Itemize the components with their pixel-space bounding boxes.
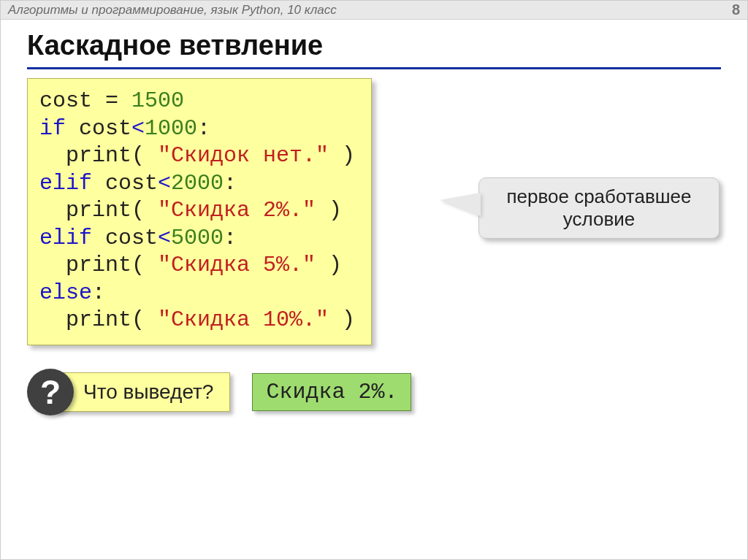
question-text: Что выведет? [53,372,230,412]
question-row: ? Что выведет? Скидка 2%. [27,369,721,415]
title-underline [27,67,721,69]
callout-pointer-icon [440,193,481,216]
header-subject: Алгоритмы и программирование, язык Pytho… [8,3,337,18]
code-block: cost = 1500 if cost<1000: print( "Скидок… [27,78,372,345]
slide-title: Каскадное ветвление [27,30,721,61]
callout-line2: условие [492,208,706,231]
header-bar: Алгоритмы и программирование, язык Pytho… [1,1,747,20]
page-number: 8 [732,1,740,18]
answer-box: Скидка 2%. [252,373,411,411]
question-icon: ? [27,369,74,415]
callout: первое сработавшее условие [478,177,720,239]
question-badge: ? Что выведет? [27,369,230,415]
callout-line1: первое сработавшее [492,185,706,208]
